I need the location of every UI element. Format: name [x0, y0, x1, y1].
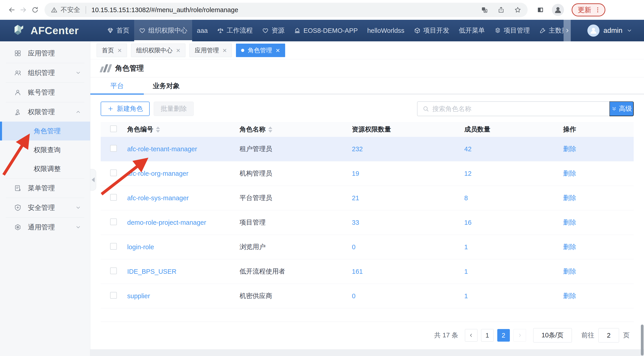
- forward-button[interactable]: [18, 4, 29, 16]
- permission-count-link[interactable]: 19: [352, 170, 359, 177]
- goto-page-input[interactable]: [598, 328, 619, 342]
- member-count-link[interactable]: 1: [464, 292, 468, 300]
- vertical-scrollbar-thumb[interactable]: [641, 324, 644, 356]
- row-checkbox[interactable]: [110, 145, 117, 152]
- close-icon[interactable]: ×: [276, 47, 280, 54]
- role-id-link[interactable]: afc-role-tenant-manager: [127, 146, 197, 152]
- member-count-link[interactable]: 12: [464, 170, 472, 177]
- row-checkbox[interactable]: [110, 194, 117, 201]
- sidebar-item-1[interactable]: 组织管理: [0, 63, 90, 82]
- page-1-button[interactable]: 1: [481, 329, 494, 342]
- address-bar[interactable]: 不安全 10.15.15.151:13082/#/menu_auth/role/…: [44, 3, 528, 17]
- tab-chip-0[interactable]: 首页×: [96, 44, 127, 57]
- close-icon[interactable]: ×: [222, 47, 227, 54]
- permission-count-link[interactable]: 33: [352, 219, 359, 226]
- delete-link[interactable]: 删除: [563, 292, 576, 299]
- member-count-link[interactable]: 1: [464, 268, 468, 275]
- topnav-item-3[interactable]: 工作流程: [212, 20, 257, 41]
- permission-count-link[interactable]: 161: [352, 268, 363, 275]
- topnav-item-2[interactable]: aaa: [192, 20, 212, 41]
- topnav-item-1[interactable]: 组织权限中心: [134, 20, 192, 41]
- sidebar-item-4[interactable]: 菜单管理: [0, 178, 90, 198]
- sidebar-subitem-3-0[interactable]: 角色管理: [0, 122, 90, 140]
- topnav-item-8[interactable]: 低开菜单: [454, 20, 490, 41]
- bookmark-star-icon[interactable]: [514, 6, 521, 14]
- topnav-item-0[interactable]: 首页: [102, 20, 134, 41]
- browser-profile-avatar[interactable]: [552, 4, 564, 16]
- delete-link[interactable]: 删除: [563, 268, 576, 275]
- page-size-select[interactable]: 10条/页: [533, 328, 572, 342]
- new-role-button[interactable]: 新建角色: [101, 102, 150, 116]
- topnav-item-6[interactable]: helloWorldss: [362, 20, 409, 41]
- row-checkbox[interactable]: [110, 292, 117, 299]
- sidebar-subitem-3-2[interactable]: 权限调整: [0, 159, 90, 178]
- member-count-link[interactable]: 1: [464, 244, 468, 250]
- topnav-item-7[interactable]: 项目开发: [409, 20, 454, 41]
- sidebar-item-3[interactable]: 权限管理: [0, 102, 90, 122]
- url-text[interactable]: 10.15.15.151:13082/#/menu_auth/role/role…: [92, 6, 481, 14]
- member-count-link[interactable]: 8: [464, 194, 468, 202]
- topnav-item-label: 工作流程: [226, 26, 252, 35]
- column-header-1[interactable]: 角色名称: [240, 125, 352, 134]
- tab-business-object[interactable]: 业务对象: [144, 81, 180, 90]
- close-icon[interactable]: ×: [118, 47, 122, 54]
- delete-link[interactable]: 删除: [563, 219, 576, 226]
- kebab-menu-icon[interactable]: [594, 6, 601, 13]
- member-count-link[interactable]: 42: [464, 146, 472, 152]
- role-id-link[interactable]: afc-role-org-manager: [127, 170, 188, 177]
- sort-icon[interactable]: [268, 126, 272, 132]
- delete-link[interactable]: 删除: [563, 194, 576, 201]
- nav-scroll-strip[interactable]: [564, 20, 571, 41]
- browser-update-button[interactable]: 更新: [572, 3, 605, 16]
- delete-link[interactable]: 删除: [563, 243, 576, 250]
- permission-count-link[interactable]: 21: [352, 194, 359, 202]
- member-count-link[interactable]: 16: [464, 219, 472, 226]
- sidebar-item-5[interactable]: 安全管理: [0, 198, 90, 217]
- row-checkbox[interactable]: [110, 218, 117, 225]
- tab-platform[interactable]: 平台: [90, 81, 144, 90]
- row-checkbox[interactable]: [110, 268, 117, 274]
- sidebar-collapse-handle[interactable]: [90, 169, 96, 190]
- row-checkbox[interactable]: [110, 170, 117, 176]
- role-id-link[interactable]: demo-role-project-manager: [127, 219, 206, 226]
- refresh-button[interactable]: [29, 4, 41, 16]
- sidebar-item-2[interactable]: 账号管理: [0, 83, 90, 102]
- next-page-button[interactable]: [514, 329, 526, 342]
- sidebar-item-6[interactable]: 通用管理: [0, 218, 90, 237]
- delete-link[interactable]: 删除: [563, 145, 576, 152]
- sort-icon[interactable]: [156, 126, 160, 132]
- topnav-item-4[interactable]: 资源: [257, 20, 289, 41]
- translate-icon[interactable]: [481, 6, 488, 14]
- role-id-link[interactable]: afc-role-sys-manager: [127, 194, 189, 202]
- brand[interactable]: AFCenter: [12, 23, 79, 38]
- search-box[interactable]: [417, 101, 610, 116]
- page-2-button[interactable]: 2: [497, 329, 510, 342]
- tab-chip-2[interactable]: 应用管理×: [190, 44, 232, 57]
- search-input[interactable]: [432, 105, 604, 112]
- role-id-link[interactable]: supplier: [127, 292, 150, 300]
- select-all-checkbox[interactable]: [110, 126, 117, 132]
- topnav-item-5[interactable]: EOS8-DEMO-APP: [289, 20, 362, 41]
- topnav-item-9[interactable]: 项目管理: [490, 20, 534, 41]
- column-header-0[interactable]: 角色编号: [127, 125, 240, 134]
- sidebar-subitem-3-1[interactable]: 权限查询: [0, 140, 90, 159]
- permission-count-link[interactable]: 0: [352, 292, 356, 300]
- share-icon[interactable]: [498, 6, 505, 14]
- role-id-link[interactable]: IDE_BPS_USER: [127, 268, 176, 275]
- bulk-delete-button[interactable]: 批量删除: [154, 102, 194, 116]
- role-id-link[interactable]: login-role: [127, 244, 154, 250]
- tab-chip-1[interactable]: 组织权限中心×: [131, 44, 186, 57]
- delete-link[interactable]: 删除: [563, 170, 576, 177]
- row-checkbox[interactable]: [110, 243, 117, 250]
- back-button[interactable]: [6, 4, 18, 16]
- tab-chip-3[interactable]: 角色管理×: [236, 44, 285, 57]
- advanced-search-button[interactable]: 高级: [610, 101, 634, 116]
- permission-count-link[interactable]: 232: [352, 146, 363, 152]
- close-icon[interactable]: ×: [176, 47, 180, 54]
- sidebar-item-0[interactable]: 应用管理: [0, 44, 90, 63]
- prev-page-button[interactable]: [465, 329, 478, 342]
- user-menu[interactable]: admin: [587, 20, 632, 41]
- side-panel-icon[interactable]: [536, 6, 544, 14]
- topnav-item-10[interactable]: 主数据管理: [534, 20, 564, 41]
- permission-count-link[interactable]: 0: [352, 244, 356, 250]
